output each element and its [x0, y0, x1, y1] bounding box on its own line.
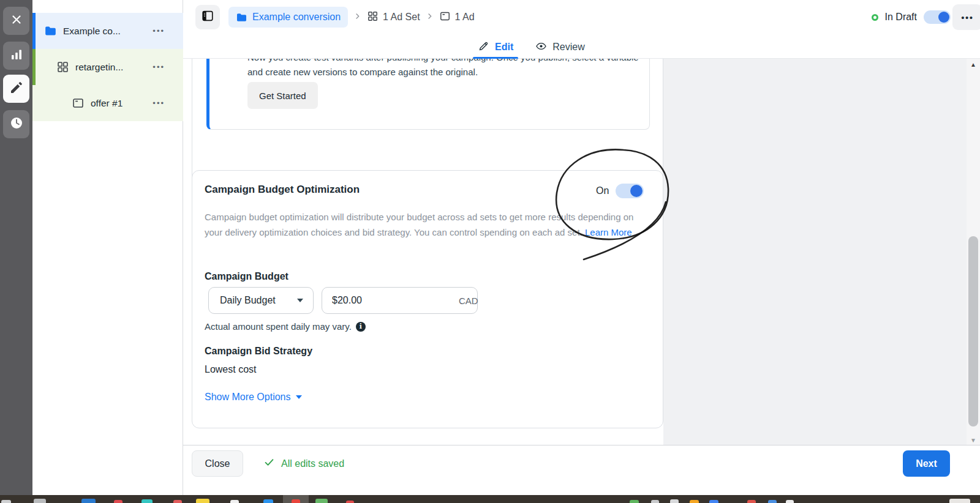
- dock-app-icon[interactable]: [315, 499, 328, 503]
- draft-status: In Draft •••: [872, 0, 951, 34]
- dock-app-icon[interactable]: [949, 499, 970, 503]
- breadcrumb-ad-label: 1 Ad: [455, 12, 475, 23]
- ad-frame-icon: [439, 10, 451, 24]
- vertical-scrollbar: ▲ ▼: [967, 59, 980, 445]
- draft-status-dot-icon: [872, 14, 878, 21]
- toggle-knob: [938, 12, 949, 23]
- breadcrumb-campaign[interactable]: Example conversion: [228, 7, 348, 28]
- campaign-tree-panel: Example co... ••• retargetin... ••• offe…: [32, 0, 183, 495]
- budget-helper: Actual amount spent daily may vary. i: [205, 321, 366, 332]
- bar-chart-icon: [9, 47, 24, 64]
- breadcrumb-ad[interactable]: 1 Ad: [439, 10, 475, 24]
- editor-header: Example conversion 1 Ad Set 1 Ad In Draf…: [183, 0, 980, 59]
- cbo-description-text: Campaign budget optimization will distri…: [205, 212, 633, 237]
- dock-app-icon[interactable]: [670, 499, 679, 503]
- dock-app-icon[interactable]: [630, 500, 639, 503]
- budget-amount-input[interactable]: [332, 295, 459, 306]
- tab-edit[interactable]: Edit: [476, 35, 515, 59]
- campaign-budget-optimization-card: Campaign Budget Optimization On Campaign…: [192, 170, 663, 428]
- more-options-button[interactable]: •••: [952, 4, 980, 30]
- callout-text: Now you create test variants after publi…: [247, 59, 644, 80]
- breadcrumb-campaign-label: Example conversion: [252, 12, 341, 23]
- scrollbar-thumb[interactable]: [968, 236, 978, 427]
- adset-menu-button[interactable]: •••: [153, 62, 165, 72]
- budget-type-value: Daily Budget: [220, 295, 276, 306]
- campaign-menu-button[interactable]: •••: [153, 26, 165, 35]
- bid-strategy-label: Campaign Bid Strategy: [205, 346, 312, 357]
- breadcrumb: Example conversion 1 Ad Set 1 Ad: [228, 7, 475, 28]
- editor-footer: Close All edits saved Next: [183, 445, 980, 495]
- campaign-accent-bar: [32, 13, 36, 49]
- dock-app-icon[interactable]: [651, 500, 659, 503]
- dock[interactable]: [0, 495, 980, 503]
- dock-app-icon[interactable]: [114, 500, 123, 503]
- check-icon: [263, 456, 275, 471]
- budget-amount-field: CAD: [322, 287, 478, 314]
- campaign-budget-label: Campaign Budget: [205, 271, 288, 282]
- tree-item-campaign[interactable]: Example co... •••: [32, 13, 183, 49]
- edit-canvas: Now you create test variants after publi…: [183, 59, 967, 445]
- tree-item-adset[interactable]: retargetin... •••: [32, 49, 183, 85]
- active-tab-underline: [473, 57, 518, 59]
- adset-grid-icon: [56, 61, 69, 73]
- edit-review-tabs: Edit Review: [476, 35, 587, 59]
- dock-app-icon[interactable]: [81, 499, 96, 503]
- chevron-down-icon: [297, 299, 303, 302]
- close-editor-button[interactable]: [3, 7, 29, 35]
- save-status-label: All edits saved: [281, 458, 344, 469]
- breadcrumb-adset[interactable]: 1 Ad Set: [367, 10, 420, 24]
- dock-app-icon[interactable]: [1, 500, 11, 503]
- tab-edit-label: Edit: [495, 42, 513, 53]
- learn-more-link[interactable]: Learn More: [585, 227, 632, 237]
- show-more-options-link[interactable]: Show More Options: [205, 392, 302, 403]
- performance-button[interactable]: [3, 42, 29, 70]
- folder-icon: [236, 12, 247, 23]
- draft-toggle[interactable]: [924, 10, 951, 24]
- dock-app-icon[interactable]: [141, 499, 153, 503]
- chevron-right-icon: [425, 12, 434, 23]
- budget-type-select[interactable]: Daily Budget: [208, 287, 314, 314]
- tab-review[interactable]: Review: [533, 35, 586, 59]
- left-icon-rail: [0, 0, 32, 495]
- scroll-down-arrow[interactable]: ▼: [967, 437, 980, 444]
- dock-app-icon[interactable]: [173, 500, 182, 503]
- toggle-sidebar-button[interactable]: [195, 5, 220, 29]
- adset-label: retargetin...: [75, 62, 123, 73]
- breadcrumb-adset-label: 1 Ad Set: [383, 12, 420, 23]
- dock-app-icon[interactable]: [346, 501, 354, 503]
- test-variants-callout: Now you create test variants after publi…: [206, 59, 650, 130]
- dock-app-icon[interactable]: [786, 500, 794, 503]
- dock-app-icon[interactable]: [768, 500, 777, 503]
- edit-mode-button[interactable]: [3, 75, 29, 103]
- history-button[interactable]: [3, 110, 29, 138]
- dock-app-icon[interactable]: [196, 499, 209, 503]
- get-started-button[interactable]: Get Started: [247, 82, 318, 109]
- dock-app-icon[interactable]: [709, 500, 718, 503]
- save-status: All edits saved: [263, 450, 344, 477]
- pencil-outline-icon: [478, 40, 489, 54]
- dock-app-icon[interactable]: [292, 499, 300, 503]
- dock-app-icon[interactable]: [34, 499, 46, 503]
- eye-icon: [535, 40, 547, 54]
- dock-app-icon[interactable]: [690, 500, 699, 503]
- campaign-label: Example co...: [63, 26, 121, 37]
- ad-menu-button[interactable]: •••: [153, 99, 165, 108]
- folder-icon: [44, 24, 57, 37]
- bid-strategy-value: Lowest cost: [205, 364, 256, 375]
- dock-app-icon[interactable]: [230, 500, 239, 503]
- budget-currency-label: CAD: [459, 296, 478, 306]
- dock-app-icon[interactable]: [263, 499, 273, 503]
- tab-review-label: Review: [552, 42, 584, 53]
- scroll-up-arrow[interactable]: ▲: [967, 61, 980, 68]
- cbo-toggle[interactable]: [616, 184, 644, 198]
- chevron-down-icon: [296, 395, 302, 399]
- adset-grid-icon: [367, 10, 379, 24]
- draft-status-label: In Draft: [885, 12, 917, 23]
- dock-app-icon[interactable]: [747, 500, 756, 503]
- budget-helper-text: Actual amount spent daily may vary.: [205, 321, 352, 332]
- next-button[interactable]: Next: [903, 450, 950, 477]
- cbo-toggle-label: On: [596, 185, 609, 196]
- info-icon[interactable]: i: [356, 322, 366, 332]
- tree-item-ad[interactable]: offer #1 •••: [32, 85, 183, 121]
- close-button[interactable]: Close: [192, 450, 243, 477]
